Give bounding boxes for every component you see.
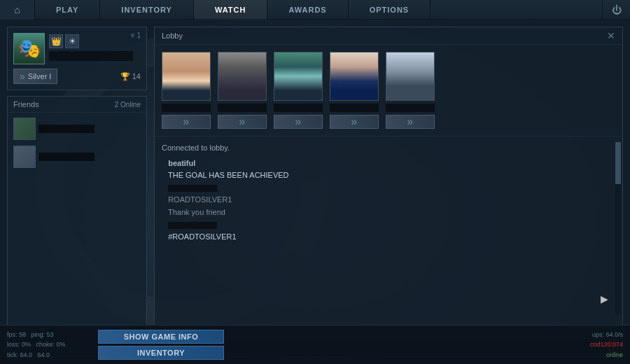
slot-name-4 [330,104,379,112]
slot-name-3 [274,104,323,112]
show-game-info-button[interactable]: SHOW GAME INFO [98,330,224,344]
friend-name-bar-2 [38,153,94,161]
bottom-stats-left: fps: 58 ping: 53 loss: 0% choke: 0% tick… [7,330,91,360]
nav-watch[interactable]: WATCH [194,0,268,20]
chat-msg-1: beatiful [162,158,615,170]
friends-label: Friends [13,100,39,108]
home-button[interactable]: ⌂ [0,0,35,20]
chat-scrollbar[interactable] [615,142,621,314]
power-icon: ⏻ [612,4,622,15]
trophy-icon: 🏆 [120,72,130,81]
rank-badge[interactable]: » Silver I [13,69,57,84]
bottom-bar: fps: 58 ping: 53 loss: 0% choke: 0% tick… [0,325,630,364]
chat-msg-3 [162,182,615,195]
slot-chevrons-5: » [407,115,414,128]
friends-online: 2 Online [115,101,141,108]
nav-awards[interactable]: AWARDS [267,0,348,20]
fps-stat: fps: 58 ping: 53 [7,330,91,340]
slot-ready-btn-2[interactable]: » [218,115,267,129]
player-slot-3: » [274,52,323,129]
slot-avatar-5 [386,52,435,101]
lobby-header: Lobby ✕ [155,27,622,45]
chat-msg-4: ROADTOSILVER1 [162,194,615,206]
chat-msg-6 [162,219,615,232]
chat-msg-5: Thank you friend [162,206,615,219]
loss-stat: loss: 0% choke: 0% [7,340,91,349]
loss-val: 0% [22,341,31,348]
player-header: 🎭 👑 ☀ [13,33,141,64]
nav-play[interactable]: PLAY [35,0,100,20]
player-slot-5: » [386,52,435,129]
player-icons: 👑 ☀ [49,34,133,48]
slot-chevrons-1: » [183,115,190,128]
home-icon: ⌂ [14,4,20,15]
tick-label: tick: [7,351,18,358]
chat-text-2: THE GOAL HAS BEEN ACHIEVED [168,171,289,179]
slot-chevrons-2: » [239,115,246,128]
rank-points-value: 14 [132,72,141,80]
slot-avatar-3 [274,52,323,101]
sv-val: 64.0 [38,351,50,358]
slot-ready-btn-5[interactable]: » [386,115,435,129]
player-name-bar [49,51,133,61]
avatar-inner: 🎭 [14,34,44,64]
choke-val: 0% [57,341,66,348]
nav-options[interactable]: OPTIONS [349,0,431,20]
player-rank-row: » Silver I 🏆 14 [13,69,141,84]
slot-name-5 [386,104,435,112]
main-content: ≡ 1 🎭 👑 ☀ » Silver I [0,20,630,364]
slot-avatar-4 [330,52,379,101]
ups-val: 64.0/s [606,331,623,338]
chat-name-1: beatiful [168,159,195,167]
lobby-panel: Lobby ✕ » » [154,27,623,357]
fps-label: fps: [7,331,18,338]
player-slot-2: » [218,52,267,129]
slot-name-1 [162,104,211,112]
bottom-stats-right: ups: 64.0/s cod120:074 online [553,330,623,360]
player-slots: » » » » [155,45,622,136]
lobby-close-button[interactable]: ✕ [607,31,615,41]
top-nav: ⌂ PLAY INVENTORY WATCH AWARDS OPTIONS ⏻ [0,0,630,20]
fps-val: 58 [19,331,26,338]
ping-val: 53 [47,331,54,338]
chat-text-7: #ROADTOSILVER1 [168,232,236,241]
tick-val: 64.0 [20,351,33,358]
chat-text-4: ROADTOSILVER1 [168,195,232,204]
chat-connected: Connected to lobby. [162,142,615,155]
chat-msg-2: THE GOAL HAS BEEN ACHIEVED [162,169,615,182]
rank-chevrons: » [20,71,25,82]
player-card: ≡ 1 🎭 👑 ☀ » Silver I [7,27,147,90]
friend-name-bar-1 [38,125,94,133]
slot-ready-btn-3[interactable]: » [274,115,323,129]
chat-name-bar-2 [168,222,217,229]
ups-stat: ups: 64.0/s [553,330,623,340]
friend-item-2[interactable] [10,144,144,170]
cursor-indicator: ▶ [601,291,608,307]
slot-ready-btn-1[interactable]: » [162,115,211,129]
slot-chevrons-3: » [295,115,302,128]
player-icons-group: 👑 ☀ [49,34,133,64]
online-stat: online [553,350,623,360]
friend-avatar-2 [13,146,36,168]
rank-label: Silver I [28,72,52,80]
player-slot-4: » [330,52,379,129]
power-button[interactable]: ⏻ [602,0,630,20]
inventory-button[interactable]: INVENTORY [98,346,224,360]
friends-header: Friends 2 Online [8,97,146,113]
player-icon-2: ☀ [65,34,79,48]
slot-name-2 [218,104,267,112]
lobby-title: Lobby [162,31,183,40]
friend-avatar-1 [13,118,36,140]
nav-inventory[interactable]: INVENTORY [100,0,194,20]
chat-scroll-thumb [615,142,621,184]
friends-panel: Friends 2 Online [7,96,147,357]
red-stat: cod120:074 [553,340,623,349]
friend-item-1[interactable] [10,115,144,142]
choke-label: choke: [36,341,55,348]
player-slot-1: » [162,52,211,129]
chat-msg-7: #ROADTOSILVER1 [162,231,615,244]
ping-label: ping: [31,331,46,338]
slot-ready-btn-4[interactable]: » [330,115,379,129]
slot-avatar-1 [162,52,211,101]
chat-name-bar-1 [168,185,217,192]
